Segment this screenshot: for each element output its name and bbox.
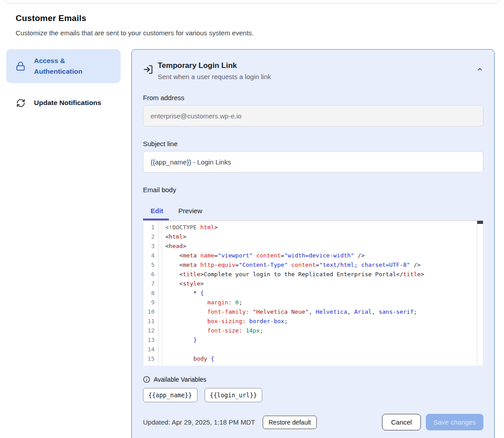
line-number: 15: [143, 354, 158, 363]
line-number: 7: [143, 279, 158, 288]
code-line[interactable]: 4 <meta name="viewport" content="width=d…: [143, 251, 483, 260]
code-line[interactable]: 12 font-size: 14px;: [143, 326, 483, 335]
available-variables-label: Available Variables: [154, 376, 206, 383]
tab-preview[interactable]: Preview: [171, 201, 210, 220]
line-number: 16: [143, 363, 158, 366]
code-line[interactable]: 1<!DOCTYPE html>: [143, 223, 483, 232]
code-line[interactable]: 9 margin: 0;: [143, 298, 483, 307]
email-body-tabs: Edit Preview: [143, 201, 483, 220]
save-changes-button[interactable]: Save changes: [426, 414, 483, 430]
page-subtitle: Customize the emails that are sent to yo…: [16, 29, 488, 37]
email-settings-panel: Temporary Login Link Sent when a user re…: [131, 49, 495, 438]
email-body-label: Email body: [143, 186, 483, 194]
restore-default-button[interactable]: Restore default: [263, 416, 317, 429]
panel-title: Temporary Login Link: [158, 61, 271, 70]
sidebar-item-label: Update Notifications: [34, 97, 101, 108]
collapse-panel-button[interactable]: [476, 66, 483, 73]
info-icon: [143, 376, 150, 383]
panel-footer: Updated: Apr 29, 2025, 1:18 PM MDT Resto…: [143, 414, 483, 430]
settings-sidebar: Access & Authentication Update Notificat…: [6, 49, 121, 114]
variable-chips: {{app_name}} {{login_url}}: [143, 388, 483, 402]
subject-line-label: Subject line: [143, 140, 483, 147]
code-line[interactable]: 5 <meta http-equiv="Content-Type" conten…: [143, 260, 483, 270]
sidebar-item-label: Access & Authentication: [34, 55, 113, 77]
code-line[interactable]: 7 <style>: [143, 279, 483, 288]
line-number: 8: [143, 288, 158, 298]
code-line[interactable]: 11 box-sizing: border-box;: [143, 316, 483, 326]
page-header: Customer Emails Customize the emails tha…: [0, 0, 504, 37]
cancel-button[interactable]: Cancel: [382, 414, 421, 430]
editor-scrollbar-thumb[interactable]: [477, 221, 483, 224]
code-line[interactable]: 3<head>: [143, 241, 483, 251]
updated-timestamp: Updated: Apr 29, 2025, 1:18 PM MDT: [143, 418, 255, 426]
refresh-icon: [15, 97, 26, 108]
line-number: 1: [143, 223, 158, 232]
variable-chip-login-url[interactable]: {{login_url}}: [205, 388, 263, 402]
code-line[interactable]: 13 }: [143, 335, 483, 345]
panel-header: Temporary Login Link Sent when a user re…: [143, 61, 483, 80]
line-number: 6: [143, 270, 158, 279]
line-number: 13: [143, 335, 158, 345]
tab-edit[interactable]: Edit: [143, 201, 171, 220]
code-editor[interactable]: 1<!DOCTYPE html>2<html>3<head>4 <meta na…: [143, 220, 483, 366]
subject-line-input[interactable]: [143, 151, 483, 173]
line-number: 2: [143, 232, 158, 241]
editor-lines: 1<!DOCTYPE html>2<html>3<head>4 <meta na…: [143, 221, 483, 366]
lock-icon: [15, 61, 26, 72]
line-number: 9: [143, 298, 158, 307]
panel-subtitle: Sent when a user requests a login link: [158, 73, 271, 80]
code-line[interactable]: 14: [143, 345, 483, 354]
line-number: 4: [143, 251, 158, 260]
code-line[interactable]: 10 font-family: "Helvetica Neue", Helvet…: [143, 307, 483, 316]
from-address-label: From address: [143, 94, 483, 101]
code-line[interactable]: 8 * {: [143, 288, 483, 298]
chevron-up-icon: [476, 66, 483, 73]
log-in-icon: [143, 64, 154, 75]
sidebar-item-access-authentication[interactable]: Access & Authentication: [6, 49, 121, 83]
previous-card-bottom-edge: [4, 0, 500, 4]
code-line[interactable]: 6 <title>Complete your login to the Repl…: [143, 270, 483, 279]
editor-scrollbar-track[interactable]: [477, 221, 483, 366]
code-line[interactable]: 2<html>: [143, 232, 483, 241]
line-number: 14: [143, 345, 158, 354]
line-number: 5: [143, 260, 158, 270]
code-line[interactable]: 15 body {: [143, 354, 483, 363]
variable-chip-app-name[interactable]: {{app_name}}: [143, 388, 197, 402]
line-number: 3: [143, 241, 158, 251]
line-number: 12: [143, 326, 158, 335]
sidebar-item-update-notifications[interactable]: Update Notifications: [6, 91, 121, 114]
page-title: Customer Emails: [16, 13, 488, 23]
available-variables-row: Available Variables: [143, 376, 483, 383]
line-number: 10: [143, 307, 158, 316]
from-address-input[interactable]: [143, 105, 483, 126]
line-number: 11: [143, 316, 158, 326]
code-line[interactable]: 16 background-color: #f9f9f9;: [143, 363, 483, 366]
